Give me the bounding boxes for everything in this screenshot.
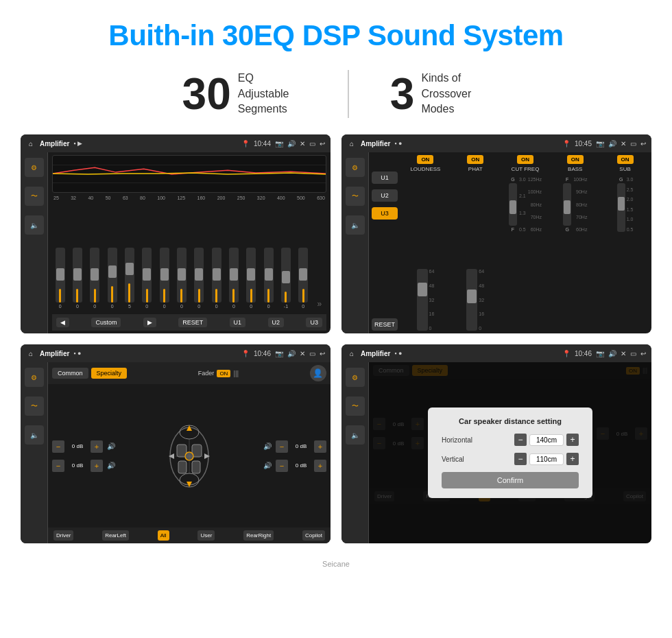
- wave-icon-btn-3[interactable]: 〜: [25, 397, 44, 416]
- eq-slider-1[interactable]: 0: [69, 248, 85, 309]
- speaker-rl-icon: 🔊: [107, 462, 115, 469]
- play-icon-1[interactable]: ▪ ▶: [73, 140, 82, 147]
- preset-u2[interactable]: U2: [372, 189, 398, 202]
- rec-icon-3: ▪ ●: [73, 350, 81, 357]
- eq-custom-btn[interactable]: Custom: [91, 318, 121, 327]
- vol-fl-minus[interactable]: −: [52, 440, 64, 453]
- home-icon-2[interactable]: ⌂: [347, 139, 357, 148]
- eq-slider-6[interactable]: 0: [156, 248, 172, 309]
- crossover-main: U1 U2 U3 RESET ON LOUDNESS: [369, 152, 651, 333]
- preset-reset[interactable]: RESET: [372, 318, 398, 331]
- vol-icon-btn-3[interactable]: 🔈: [25, 425, 44, 445]
- driver-btn[interactable]: Driver: [53, 530, 73, 541]
- eq-u2-btn[interactable]: U2: [268, 318, 285, 327]
- eq-slider-0[interactable]: 0: [52, 248, 68, 309]
- preset-u1[interactable]: U1: [372, 172, 398, 184]
- cutfreq-on-btn[interactable]: ON: [517, 155, 533, 164]
- window-icon-4[interactable]: ▭: [630, 350, 636, 357]
- wave-icon-btn-2[interactable]: 〜: [346, 187, 365, 206]
- copilot-btn[interactable]: Copilot: [302, 530, 325, 541]
- eq-u1-btn[interactable]: U1: [230, 318, 246, 327]
- loudness-label: LOUDNESS: [410, 166, 440, 172]
- vol-icon-4[interactable]: 🔊: [608, 350, 616, 357]
- eq-reset-btn[interactable]: RESET: [178, 318, 207, 327]
- eq-slider-12[interactable]: 0: [261, 248, 276, 309]
- more-sliders-icon[interactable]: »: [313, 299, 326, 309]
- vol-rl-minus[interactable]: −: [52, 460, 64, 472]
- eq-prev-btn[interactable]: ◀: [56, 318, 69, 327]
- vol-rr-plus[interactable]: +: [314, 460, 326, 472]
- vertical-label: Vertical: [442, 456, 464, 463]
- eq-u3-btn[interactable]: U3: [306, 318, 322, 327]
- eq-icon-btn-3[interactable]: ⚙: [25, 368, 44, 387]
- vol-icon-2[interactable]: 🔊: [608, 140, 616, 147]
- eq-slider-7[interactable]: 0: [173, 248, 189, 309]
- vol-fl-plus[interactable]: +: [91, 440, 103, 453]
- eq-slider-10[interactable]: 0: [226, 248, 241, 309]
- back-icon-3[interactable]: ↩: [320, 350, 325, 357]
- vol-icon-btn-2[interactable]: 🔈: [346, 215, 365, 235]
- eq-slider-3[interactable]: 0: [104, 248, 120, 309]
- phat-on-btn[interactable]: ON: [467, 155, 483, 164]
- loudness-on-btn[interactable]: ON: [417, 155, 433, 164]
- vol-rr-minus[interactable]: −: [276, 460, 288, 472]
- eq-slider-8[interactable]: 0: [191, 248, 207, 309]
- eq-slider-11[interactable]: 0: [243, 248, 259, 309]
- window-icon-1[interactable]: ▭: [309, 140, 315, 147]
- vol-icon-1[interactable]: 🔊: [287, 140, 296, 147]
- home-icon-1[interactable]: ⌂: [26, 139, 36, 148]
- eq-slider-9[interactable]: 0: [208, 248, 224, 309]
- x-icon-4[interactable]: ✕: [621, 350, 626, 357]
- header-right-2: 📍 10:45 📷 🔊 ✕ ▭ ↩: [562, 140, 646, 147]
- home-icon-3[interactable]: ⌂: [26, 348, 36, 358]
- preset-u3[interactable]: U3: [372, 207, 398, 220]
- back-icon-4[interactable]: ↩: [640, 350, 646, 357]
- eq-slider-2[interactable]: 0: [87, 248, 103, 309]
- rearleft-btn[interactable]: RearLeft: [102, 530, 129, 541]
- sub-controls: G 3.02.52.01.51.00.5: [617, 177, 634, 232]
- x-icon-2[interactable]: ✕: [621, 140, 626, 147]
- eq-slider-14[interactable]: 0: [296, 248, 311, 309]
- vertical-plus-btn[interactable]: +: [566, 453, 579, 465]
- x-icon-1[interactable]: ✕: [300, 140, 305, 147]
- eq-slider-13[interactable]: -1: [278, 248, 293, 309]
- window-icon-2[interactable]: ▭: [630, 140, 636, 147]
- eq-icon-btn-2[interactable]: ⚙: [346, 158, 365, 177]
- x-icon-3[interactable]: ✕: [300, 350, 305, 357]
- eq-slider-4[interactable]: 5: [121, 248, 137, 309]
- vol-icon-btn-4[interactable]: 🔈: [346, 425, 365, 445]
- header-right-3: 📍 10:46 📷 🔊 ✕ ▭ ↩: [241, 350, 325, 357]
- confirm-button[interactable]: Confirm: [442, 472, 579, 488]
- bass-on-btn[interactable]: ON: [567, 155, 584, 164]
- vol-fr-plus[interactable]: +: [314, 440, 326, 453]
- eq-next-btn[interactable]: ▶: [143, 318, 156, 327]
- eq-slider-5[interactable]: 0: [139, 248, 155, 309]
- vol-ctrl-rr: 🔊 − 0 dB +: [263, 460, 326, 472]
- window-icon-3[interactable]: ▭: [309, 350, 315, 357]
- vol-rl-plus[interactable]: +: [91, 460, 103, 472]
- sub-on-btn[interactable]: ON: [617, 155, 634, 164]
- vertical-minus-btn[interactable]: −: [514, 453, 527, 465]
- common-btn[interactable]: Common: [52, 368, 88, 379]
- user-btn[interactable]: User: [197, 530, 215, 541]
- back-icon-1[interactable]: ↩: [320, 140, 325, 147]
- back-icon-2[interactable]: ↩: [640, 140, 646, 147]
- preset-col: U1 U2 U3 RESET: [372, 155, 398, 331]
- wave-icon-btn-4[interactable]: 〜: [346, 397, 365, 416]
- eq-icon-btn[interactable]: ⚙: [25, 158, 44, 177]
- wave-icon-btn[interactable]: 〜: [25, 187, 44, 206]
- rearright-btn[interactable]: RearRight: [243, 530, 274, 541]
- fader-on-btn[interactable]: ON: [217, 370, 230, 377]
- vol-icon-3[interactable]: 🔊: [287, 350, 296, 357]
- home-icon-4[interactable]: ⌂: [347, 348, 357, 358]
- horizontal-minus-btn[interactable]: −: [514, 434, 527, 446]
- profile-icon[interactable]: 👤: [310, 365, 326, 381]
- specialty-btn[interactable]: Specialty: [91, 368, 128, 379]
- side-controls-1: ⚙ 〜 🔈: [21, 152, 48, 333]
- vol-fr-minus[interactable]: −: [276, 440, 288, 453]
- vol-icon-btn[interactable]: 🔈: [25, 215, 44, 235]
- speaker-toolbar: Common Specialty Fader ON ||| 👤: [48, 362, 331, 384]
- horizontal-plus-btn[interactable]: +: [566, 434, 579, 446]
- all-btn[interactable]: All: [158, 530, 169, 541]
- eq-icon-btn-4[interactable]: ⚙: [346, 368, 365, 387]
